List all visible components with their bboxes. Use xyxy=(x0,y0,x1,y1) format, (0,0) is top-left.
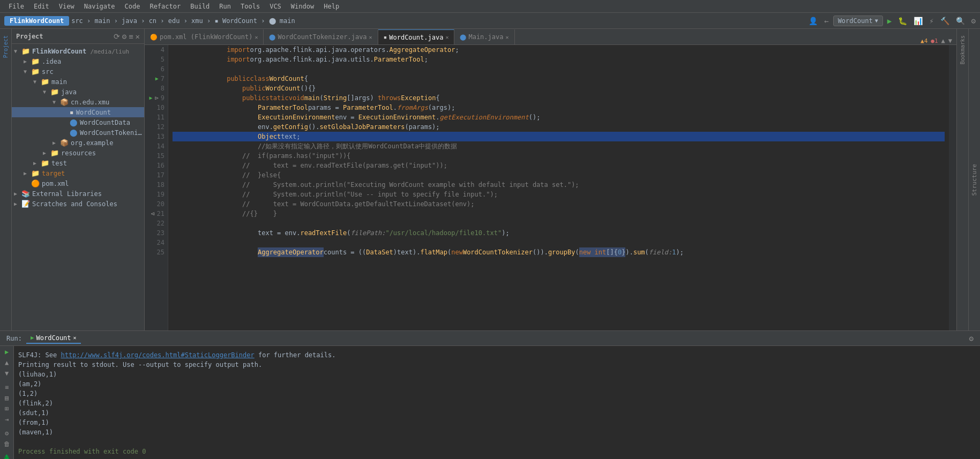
folder-icon: 📁 xyxy=(41,78,49,86)
tree-item-orgexample[interactable]: ▶ 📦 org.example xyxy=(12,138,144,148)
sidebar-close-icon[interactable]: ✕ xyxy=(136,32,140,41)
toggle-wrap-icon[interactable]: ≡ xyxy=(5,383,9,391)
xml-tab-icon: 🟠 xyxy=(150,34,158,41)
tree-item-target[interactable]: ▶ 📁 target xyxy=(12,168,144,178)
tree-item-test[interactable]: ▶ 📁 test xyxy=(12,158,144,168)
settings-icon[interactable]: ⚙ xyxy=(969,16,978,26)
code-line-7: public class WordCount { xyxy=(173,74,945,84)
menu-edit[interactable]: Edit xyxy=(29,2,54,11)
warnings-badge[interactable]: ▲4 xyxy=(921,37,927,44)
tree-item-resources[interactable]: ▶ 📁 resources xyxy=(12,148,144,158)
menu-tools[interactable]: Tools xyxy=(236,2,264,11)
trash-icon[interactable]: 🗑 xyxy=(4,440,10,448)
tree-label: java xyxy=(61,88,77,96)
debug-button[interactable]: 🐛 xyxy=(896,16,909,26)
tab-pom-close[interactable]: ✕ xyxy=(255,34,258,40)
bottom-settings-icon[interactable]: ⚙ xyxy=(967,333,976,344)
menu-refactor[interactable]: Refactor xyxy=(145,2,185,11)
coverage-button[interactable]: 📊 xyxy=(911,16,925,26)
menu-build[interactable]: Build xyxy=(186,2,214,11)
tree-item-java[interactable]: ▼ 📁 java xyxy=(12,87,144,97)
stop-down-icon[interactable]: ▼ xyxy=(5,370,9,377)
tree-item-flinkwordcount[interactable]: ▼ 📁 FlinkWordCount /media/liuh xyxy=(12,46,144,56)
tab-tokenizer[interactable]: ⬤ WordCountTokenizer.java ✕ xyxy=(264,29,378,44)
code-line-25: AggregateOperator counts = ((DataSet)tex… xyxy=(173,247,945,257)
errors-badge[interactable]: ●1 xyxy=(931,37,938,44)
output-line-6: (flink,2) xyxy=(18,398,976,408)
bookmarks-vtab[interactable]: Bookmarks xyxy=(959,31,967,69)
menu-run[interactable]: Run xyxy=(215,2,235,11)
tree-item-cnedu[interactable]: ▼ 📦 cn.edu.xmu xyxy=(12,97,144,107)
expand-arrow: ▶ xyxy=(24,170,30,176)
output-line-4: (am,2) xyxy=(18,379,976,389)
line-num-18: 18 xyxy=(148,180,164,190)
sidebar-sync-icon[interactable]: ⟳ xyxy=(114,32,120,41)
profile-icon[interactable]: 👤 xyxy=(806,16,820,26)
menu-window[interactable]: Window xyxy=(287,2,318,11)
tree-item-src[interactable]: ▼ 📁 src xyxy=(12,66,144,77)
scroll-down-icon[interactable]: ▼ xyxy=(948,37,952,44)
editor-area: 🟠 pom.xml (FlinkWordCount) ✕ ⬤ WordCount… xyxy=(145,29,956,330)
run-config-selector[interactable]: WordCount ▼ xyxy=(833,16,883,26)
code-line-18: // System.out.println("Executing WordCou… xyxy=(173,180,945,190)
left-vtabs: Project xyxy=(0,29,12,330)
tree-label: WordCountData xyxy=(80,119,130,126)
tab-main-close[interactable]: ✕ xyxy=(505,34,508,40)
menu-bar: File Edit View Navigate Code Refactor Bu… xyxy=(0,0,980,13)
run-tab-wordcount[interactable]: ▶ WordCount ✕ xyxy=(26,333,81,344)
menu-code[interactable]: Code xyxy=(121,2,145,11)
bottom-toolbar: ▶ ▲ ▼ ≡ ▤ ⊞ ⇥ ⚙ 🗑 🌲 xyxy=(0,346,14,459)
project-vtab[interactable]: Project xyxy=(2,31,10,62)
output-line-11: Process finished with exit code 0 xyxy=(18,447,976,456)
tree-item-externals[interactable]: ▶ 📚 External Libraries xyxy=(12,189,144,199)
tree-item-main[interactable]: ▼ 📁 main xyxy=(12,77,144,87)
tree-item-wordcounttokenizer[interactable]: ⬤ WordCountTokeni... xyxy=(12,127,144,138)
filter-icon[interactable]: ▤ xyxy=(5,394,9,402)
tree-item-idea[interactable]: ▶ 📁 .idea xyxy=(12,56,144,66)
config-icon[interactable]: ⚙ xyxy=(5,430,9,437)
sidebar-sort-icon[interactable]: ≡ xyxy=(129,32,133,41)
menu-help[interactable]: Help xyxy=(319,2,343,11)
rerun-button[interactable]: ▶ xyxy=(5,348,9,356)
tree-item-pomxml[interactable]: 🟠 pom.xml xyxy=(12,178,144,189)
line-num-13: 13 xyxy=(148,132,164,141)
java-tab-icon: ⬤ xyxy=(269,34,275,41)
tree-item-wordcount[interactable]: ▪ WordCount xyxy=(12,107,144,117)
menu-file[interactable]: File xyxy=(4,2,28,11)
tree-icon[interactable]: 🌲 xyxy=(3,454,11,459)
menu-view[interactable]: View xyxy=(55,2,79,11)
run-tab-close[interactable]: ✕ xyxy=(73,335,77,341)
build-button[interactable]: 🔨 xyxy=(938,16,952,26)
align-icon[interactable]: ⊞ xyxy=(5,405,9,412)
output-link[interactable]: http://www.slf4j.org/codes.html#StaticLo… xyxy=(61,351,254,359)
code-content[interactable]: import org.apache.flink.api.java.operato… xyxy=(168,45,949,330)
tab-tokenizer-close[interactable]: ✕ xyxy=(369,34,372,40)
soft-wrap-icon[interactable]: ⇥ xyxy=(5,416,9,423)
code-line-17: // }else{ xyxy=(173,170,945,180)
search-icon[interactable]: 🔍 xyxy=(954,16,967,26)
menu-vcs[interactable]: VCS xyxy=(265,2,286,11)
expand-arrow: ▶ xyxy=(43,150,49,156)
tree-item-scratches[interactable]: ▶ 📝 Scratches and Consoles xyxy=(12,199,144,209)
line-num-12: 12 xyxy=(148,122,164,132)
tab-main[interactable]: ⬤ Main.java ✕ xyxy=(454,29,514,44)
code-editor[interactable]: 4 5 6 ▶7 8 ▶⊳9 10 11 12 13 14 15 16 17 1… xyxy=(145,45,956,330)
stop-up-icon[interactable]: ▲ xyxy=(5,359,9,366)
profile-button[interactable]: ⚡ xyxy=(927,16,936,26)
sidebar-gear-icon[interactable]: ⚙ xyxy=(122,32,126,41)
structure-vtab[interactable]: Structure xyxy=(971,164,978,196)
run-button[interactable]: ▶ xyxy=(885,16,894,26)
output-line-5: (1,2) xyxy=(18,389,976,398)
code-line-15: // if(params.has("input")){ xyxy=(173,151,945,161)
menu-navigate[interactable]: Navigate xyxy=(80,2,119,11)
tab-pom[interactable]: 🟠 pom.xml (FlinkWordCount) ✕ xyxy=(145,29,264,44)
tab-wordcount-close[interactable]: ✕ xyxy=(445,34,448,40)
back-icon[interactable]: ← xyxy=(822,16,831,26)
tab-wordcount[interactable]: ▪ WordCount.java ✕ xyxy=(378,29,455,44)
tree-label: .idea xyxy=(42,58,61,65)
scroll-up-icon[interactable]: ▲ xyxy=(941,37,945,44)
line-num-17: 17 xyxy=(148,170,164,180)
project-label[interactable]: FlinkWordCount xyxy=(4,16,69,26)
tree-item-wordcountdata[interactable]: ⬤ WordCountData xyxy=(12,117,144,127)
output-line-10 xyxy=(18,437,976,447)
